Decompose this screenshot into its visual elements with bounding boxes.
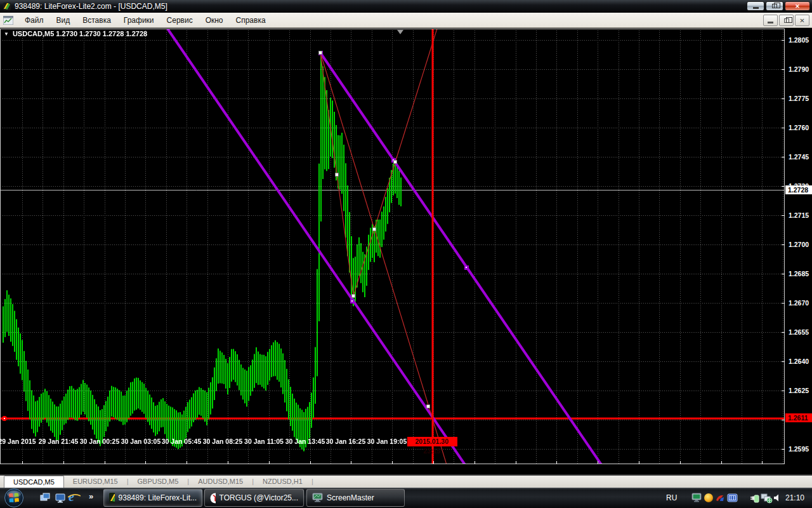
price-chart-canvas[interactable] [0,29,785,464]
menu-item-4[interactable]: Сервис [160,14,199,27]
price-axis-label: 1.2655 [789,328,812,337]
tab-audusd-m15[interactable]: AUDUSD,M15 [189,476,252,488]
tab-eurusd-m15[interactable]: EURUSD,M15 [64,476,127,488]
mt4-app-icon [3,2,11,11]
child-minimize-button[interactable] [763,15,778,26]
menu-item-1[interactable]: Вид [50,14,77,27]
tray-blue-case-icon[interactable] [727,493,738,503]
price-axis-label: 1.2775 [789,95,812,103]
taskbar-button-liteforex[interactable]: 938489: LiteForex-Lit... [103,489,202,507]
network-icon[interactable] [761,493,773,504]
show-desktop-icon[interactable] [55,492,66,504]
taskbar: e » 938489: LiteForex-Lit... TORGUS (@Vi… [0,488,812,508]
chart-window: ▼ USDCAD,M5 1.2730 1.2730 1.2728 1.2728 [0,28,812,474]
taskbar-button-label: TORGUS (@Victor25... [219,493,298,502]
screenmaster-icon [312,493,323,503]
menu-item-0[interactable]: Файл [18,14,50,27]
chart-ohlc-header: ▼ USDCAD,M5 1.2730 1.2730 1.2728 1.2728 [4,30,147,37]
menu-item-5[interactable]: Окно [199,14,230,27]
switch-windows-icon[interactable] [39,492,51,504]
price-axis-label: 1.2700 [789,241,812,249]
menu-items: ФайлВидВставкаГрафикиСервисОкноСправка [18,14,272,27]
title-bar: 938489: LiteForex-Lite2.com - [USDCAD,M5… [0,0,812,13]
bid-price-box: 1.2728 [785,185,812,194]
tab-nzdusd-h1[interactable]: NZDUSD,H1 [254,476,311,488]
taskbar-clock[interactable]: 21:10 [785,493,804,502]
screen: 938489: LiteForex-Lite2.com - [USDCAD,M5… [0,0,812,508]
torgus-icon [210,493,216,504]
mt4-taskbar-icon [109,493,115,503]
tab-gbpusd-m5[interactable]: GBPUSD,M5 [129,476,188,488]
minimize-button[interactable] [747,1,764,11]
price-axis-label: 1.2670 [789,299,812,307]
time-axis-label: 30 Jan 19:05 [362,438,412,445]
price-axis-label: 1.2790 [789,65,812,74]
child-restore-icon [784,18,789,23]
tab-separator: | [311,476,313,488]
alert-level-price-box: 1.2611 [785,413,812,422]
taskbar-button-torgus[interactable]: TORGUS (@Victor25... [204,489,304,507]
price-axis-label: 1.2625 [789,387,812,395]
vline-time-box: 2015.01.30 23:15 [407,437,457,446]
minimize-icon [753,7,759,9]
language-indicator[interactable]: RU [666,493,677,502]
speaker-icon[interactable] [773,493,782,503]
menu-item-3[interactable]: Графики [117,14,160,27]
menu-bar: ФайлВидВставкаГрафикиСервисОкноСправка ✕ [0,13,812,28]
close-button[interactable]: ✕ [785,1,810,11]
child-close-button[interactable]: ✕ [795,15,809,26]
internet-explorer-icon[interactable]: e [69,490,74,504]
taskbar-button-screenmaster[interactable]: ScreenMaster [306,489,405,507]
child-minimize-icon [768,22,773,23]
chart-tab-bar: USDCAD,M5EURUSD,M15|GBPUSD,M5|AUDUSD,M15… [0,474,812,488]
chart-window-icon [3,16,13,25]
menu-item-2[interactable]: Вставка [76,14,117,27]
tray-yellow-ball-icon[interactable] [704,493,714,503]
price-axis-label: 1.2685 [789,270,812,278]
price-axis-label: 1.2760 [789,124,812,132]
window-title: 938489: LiteForex-Lite2.com - [USDCAD,M5… [15,2,167,11]
power-battery-icon[interactable] [749,493,759,504]
price-axis-label: 1.2715 [789,211,812,220]
tab-usdcad-m5[interactable]: USDCAD,M5 [4,476,64,488]
start-button[interactable] [4,488,24,508]
chart-collapse-arrow[interactable]: ▼ [4,31,9,37]
restore-button[interactable] [766,1,783,11]
child-restore-button[interactable] [779,15,794,26]
menu-item-6[interactable]: Справка [230,14,272,27]
chart-ohlc-text: USDCAD,M5 1.2730 1.2730 1.2728 1.2728 [13,30,147,37]
price-axis-label: 1.2595 [789,445,812,453]
taskbar-button-label: ScreenMaster [327,493,374,502]
price-axis-label: 1.2745 [789,153,812,161]
taskbar-overflow-chevron[interactable]: » [89,491,93,501]
price-axis-label: 1.2805 [789,36,812,44]
tray-screen-icon[interactable] [691,493,702,503]
child-close-icon: ✕ [799,17,804,24]
price-axis-label: 1.2640 [789,358,812,366]
restore-icon [772,4,777,8]
tray-red-blue-app-icon[interactable] [715,493,726,503]
taskbar-button-label: 938489: LiteForex-Lit... [119,493,197,502]
close-icon: ✕ [795,3,800,10]
